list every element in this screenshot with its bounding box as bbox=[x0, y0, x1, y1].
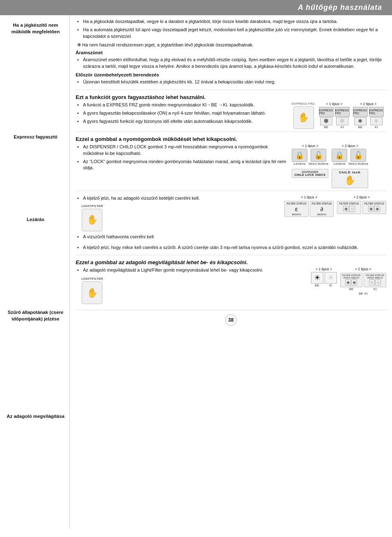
expressz-tipo2-header: < 2 tipus > bbox=[360, 102, 376, 106]
filter-tipo2-display-2: ⊕ ⊕ bbox=[364, 206, 384, 212]
lezaras-bullet-1: Az DISPENSER / CHILD LOCK gombot 3 mp-né… bbox=[77, 144, 289, 157]
filter-status-label-2: FILTER STATUS bbox=[312, 202, 332, 205]
jegkeszito-label: Ha a jégkészítő nem működik megfelelően bbox=[6, 22, 65, 35]
adagolo-tipo2-be-label-sub: HOLD 3SECS bbox=[342, 277, 361, 279]
lezaras-label: Lezárás bbox=[6, 216, 65, 223]
adagolo-tipo2: < 2 tipus > FILTER STATUS HOLD 3SECS ⊕ ⊕ bbox=[340, 267, 386, 295]
adagolo-tipo1-ki-icon: ☀ bbox=[325, 272, 337, 283]
filter-status-label-4: FILTER STATUS bbox=[364, 202, 384, 205]
expressz-tipo2-be-btn: EXPRESS FRZ. bbox=[353, 107, 368, 117]
header-title: A hűtőgép használata bbox=[298, 3, 382, 12]
szuro-bullet-1: A kijelző jelzi, ha az adagoló vízszűrő … bbox=[77, 195, 282, 202]
lezaras-tipo2: < 2 tipus > 🔒 Lezárva bbox=[332, 144, 368, 188]
right-column: Ha a jégkockák összetapadtak, vegye ki a… bbox=[70, 15, 392, 529]
expressz-hand-diagram: EXPRESS FRZ. ✋ bbox=[292, 102, 316, 129]
filter-status-label-3: FILTER STATUS bbox=[339, 202, 359, 205]
jegkeszito-section: Ha a jégkockák összetapadtak, vegye ki a… bbox=[76, 18, 386, 90]
expressz-tipo1: < 1 tipus > EXPRESS FRZ ❄ BE EXPRESS FRZ… bbox=[319, 102, 350, 129]
lezaras-tipo1-lezarva: 🔒 Lezárva bbox=[292, 149, 307, 166]
lezaras-tipo2-lezarva-label: Lezárva bbox=[334, 162, 345, 166]
lezaras-tipo1-nincs-label: Nincs lezárva bbox=[309, 162, 328, 166]
expressz-tipo2-be-icon: ❄ bbox=[354, 117, 367, 125]
dispenser-label: DISPENSER bbox=[294, 171, 326, 173]
jegkeszito-note: ✻ Ha nem használ rendszeresen jeget, a j… bbox=[77, 42, 386, 48]
expressz-tipo1-be-icon: ❄ bbox=[320, 117, 332, 125]
child-lock-label: ChILD locK bbox=[334, 171, 366, 174]
szuro-tipo1-filter1: FILTER STATUS ε MONTH bbox=[284, 201, 308, 217]
filter-status-label-1: FILTER STATUS bbox=[286, 202, 306, 205]
filter-tipo1-display-1: ε bbox=[286, 206, 306, 212]
adagolo-diagrams: < 1 tipus > ☀ BE ☀ KI bbox=[292, 267, 386, 295]
adagolo-tipo2-ki-label-sub: HOLD 3SECS bbox=[366, 277, 384, 279]
szuro-label: Szűrő állapotának (csere időpontjának) j… bbox=[6, 309, 65, 322]
szuro-hand-icon: ✋ bbox=[82, 209, 102, 231]
adagolo-tipo1-header: < 1 tipus > bbox=[316, 267, 332, 271]
expressz-tipo2-ki: EXPRESS FRZ. ❄ KI bbox=[369, 107, 384, 129]
light-filter-label-szuro: LIGHT/FILTER bbox=[81, 204, 103, 208]
adagolo-tipo2-be-icons: ⊕ ⊕ bbox=[342, 279, 361, 286]
eloszor-title: Először üzembehelyezett berendezés bbox=[76, 72, 386, 77]
lezaras-bullets: Az DISPENSER / CHILD LOCK gombot 3 mp-né… bbox=[76, 144, 289, 172]
lezaras-bullet-2: Az "LOCK" gombot megnyomva minden gombny… bbox=[77, 159, 289, 172]
szuro-tipo2: < 2 tipus > FILTER STATUS ⊕ ⊕ bbox=[337, 195, 386, 214]
filter-tipo1-months-1: MONTH bbox=[286, 213, 306, 216]
lezaras-tipo2-lezarva: 🔒 Lezárva bbox=[332, 149, 347, 166]
adagolo-hand-row: LIGHT/FILTER ✋ bbox=[81, 277, 289, 304]
expressz-bullet-1: A funkció a EXPRESS FRZ gomb minden megn… bbox=[77, 102, 289, 108]
aramszunet-bullet-1: Áramszünet esetén előfordulhat, hogy a j… bbox=[77, 57, 386, 70]
expressz-tipo1-ki-icon: ❄ bbox=[336, 117, 348, 125]
expressz-tipo1-header: < 1 tipus > bbox=[326, 102, 342, 106]
szuro-tipo2-header: < 2 tipus > bbox=[353, 195, 370, 199]
expressz-section: Ezt a funkciót gyors fagyasztáshoz lehet… bbox=[76, 94, 386, 132]
adagolo-hand-diagram: LIGHT/FILTER ✋ bbox=[81, 277, 103, 304]
szuro-hand-diagram: LIGHT/FILTER ✋ bbox=[81, 204, 103, 231]
adagolo-bullet-1: Az adagoló megvilágítását a Light/Filter… bbox=[77, 267, 289, 274]
expressz-tipo1-be-btn: EXPRESS FRZ bbox=[319, 107, 334, 117]
adagolo-tipo1-be: ☀ BE bbox=[311, 272, 323, 287]
child-lock-box: ChILD locK ✋ bbox=[332, 169, 368, 188]
expressz-tipo2-ki-label: KI bbox=[375, 125, 378, 129]
express-friz-label: EXPRESS FRZ. bbox=[292, 102, 316, 106]
szuro-bullets: A kijelző jelzi, ha az adagoló vízszűrő … bbox=[76, 195, 282, 202]
adagolo-tipo2-be: FILTER STATUS HOLD 3SECS ⊕ ⊕ BE bbox=[340, 272, 363, 291]
szuro-hand-row: LIGHT/FILTER ✋ bbox=[81, 204, 282, 231]
lezaras-tipo2-lezarva-icon: 🔒 bbox=[332, 149, 347, 162]
expressz-tipo2-be: EXPRESS FRZ. ❄ BE bbox=[353, 107, 368, 129]
child-lock-hand-icon: ✋ bbox=[334, 175, 366, 186]
adagolo-tipo1-be-label: BE bbox=[315, 283, 319, 287]
lezaras-title: Ezzel a gombbal a nyomógombok működését … bbox=[76, 136, 386, 142]
expressz-diagrams: EXPRESS FRZ. ✋ < 1 tipus > EXPRESS FRZ ❄… bbox=[292, 102, 386, 129]
left-column: Ha a jégkészítő nem működik megfelelően … bbox=[0, 15, 70, 529]
adagolo-content-row: Az adagoló megvilágítását a Light/Filter… bbox=[76, 267, 386, 307]
expressz-bullet-3: A gyors fagyasztó funkció egy bizonyos i… bbox=[77, 118, 289, 125]
szuro-bullet-3: A kijelző jelzi, hogy mikor kell cseréln… bbox=[77, 244, 386, 251]
main-layout: Ha a jégkészítő nem működik megfelelően … bbox=[0, 15, 392, 529]
szuro-bullets-2: A vízszűrőt hathavonta cserélni kell. bbox=[76, 234, 282, 240]
szuro-bullets-3: A kijelző jelzi, hogy mikor kell cseréln… bbox=[76, 244, 386, 251]
expressz-tipo2: < 2 tipus > EXPRESS FRZ. ❄ BE EXPRESS FR… bbox=[353, 102, 384, 129]
adagolo-title: Ezzel a gombbal az adagoló megvilágításá… bbox=[76, 259, 386, 265]
lezaras-text: Az DISPENSER / CHILD LOCK gombot 3 mp-né… bbox=[76, 144, 289, 173]
adagolo-tipo2-be-bottom: BE bbox=[359, 292, 363, 295]
dispenser-box: DISPENSER CHILD LOCK 3SECS bbox=[292, 169, 328, 178]
adagolo-tipo1-ki-label: KI bbox=[329, 283, 332, 287]
filter-tipo1-display-2: ∂ bbox=[312, 206, 332, 212]
expressz-tipo1-be-label: BE bbox=[324, 125, 328, 129]
lezaras-tipo1-lezarva-icon: 🔒 bbox=[292, 149, 307, 162]
szuro-tipo1-filter2: FILTER STATUS ∂ MONTH bbox=[310, 201, 334, 217]
szuro-diagrams: < 1 tipus > FILTER STATUS ε MONTH FILTER… bbox=[284, 195, 386, 217]
jegkeszito-bullet-2: Ha a automata jégkészítő túl apró vagy ö… bbox=[77, 27, 386, 40]
adagolo-tipo2-ki-bottom: KI bbox=[364, 292, 368, 295]
adagolo-tipo2-ki-icons: ⊕ ⊕ bbox=[366, 279, 384, 286]
lezaras-diagrams: < 1 tipus > 🔒 Lezárva bbox=[292, 144, 386, 188]
expressz-tipo1-ki-btn: EXPRESS FRZ bbox=[335, 107, 350, 117]
adagolo-section: Ezzel a gombbal az adagoló megvilágításá… bbox=[76, 259, 386, 310]
szuro-bullet-2: A vízszűrőt hathavonta cserélni kell. bbox=[77, 234, 282, 240]
lezaras-tipo2-header: < 2 tipus > bbox=[342, 144, 358, 148]
adagolo-bullets: Az adagoló megvilágítását a Light/Filter… bbox=[76, 267, 289, 274]
lezaras-tipo1-lezarva-label: Lezárva bbox=[294, 162, 305, 166]
lezaras-tipo1-header: < 1 tipus > bbox=[302, 144, 318, 148]
jegkeszito-bullet-1: Ha a jégkockák összetapadtak, vegye ki a… bbox=[77, 18, 386, 25]
szuro-tipo1: < 1 tipus > FILTER STATUS ε MONTH FILTER… bbox=[284, 195, 334, 217]
light-filter-label-adagolo: LIGHT/FILTER bbox=[81, 277, 103, 281]
